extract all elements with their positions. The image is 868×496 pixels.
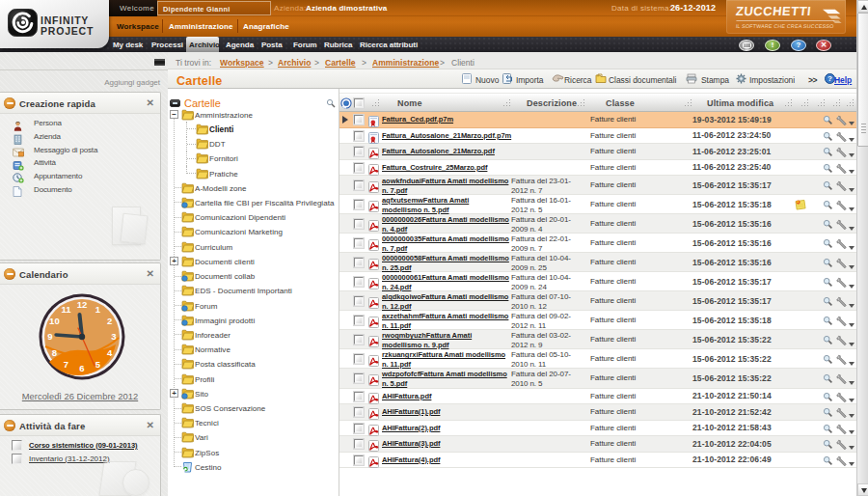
svg-text:12: 12 bbox=[77, 299, 88, 310]
svg-text:11: 11 bbox=[61, 304, 71, 315]
svg-text:10: 10 bbox=[49, 316, 60, 326]
svg-text:7: 7 bbox=[64, 359, 68, 370]
svg-text:1: 1 bbox=[95, 304, 101, 315]
svg-text:2: 2 bbox=[107, 316, 112, 326]
svg-text:8: 8 bbox=[52, 347, 57, 358]
svg-text:4: 4 bbox=[107, 347, 113, 358]
svg-text:?: ? bbox=[827, 74, 832, 83]
svg-text:6: 6 bbox=[79, 363, 84, 373]
svg-text:3: 3 bbox=[111, 331, 116, 342]
svg-text:9: 9 bbox=[47, 331, 52, 342]
svg-text:5: 5 bbox=[95, 359, 101, 370]
